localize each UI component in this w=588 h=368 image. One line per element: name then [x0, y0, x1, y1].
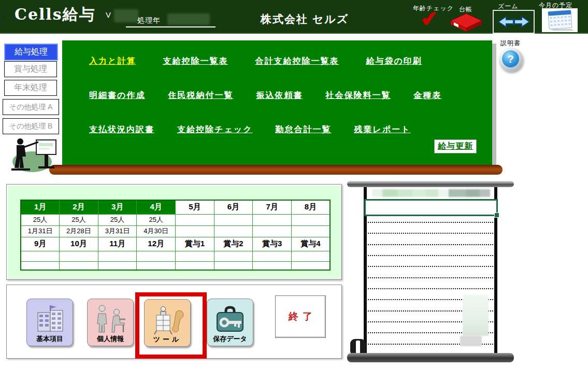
menu-link-attendance-total[interactable]: 勤怠合計一覧	[276, 124, 332, 135]
sidebar-item-salary[interactable]: 給与処理	[4, 44, 58, 61]
count-cell	[176, 214, 214, 225]
sidebar-item-yearend[interactable]: 年末処理	[4, 80, 57, 96]
question-icon[interactable]: ?	[499, 48, 523, 72]
empty-cell	[214, 261, 253, 270]
year-value-redacted	[167, 13, 210, 25]
month-cell-oct[interactable]: 10月	[60, 237, 98, 251]
month-cell-mar[interactable]: 3月	[98, 200, 137, 214]
menu-link-input-calc[interactable]: 入力と計算	[89, 56, 136, 67]
date-cell	[214, 225, 253, 237]
manual-label: 説明書	[500, 39, 521, 48]
bonus-cell-4[interactable]: 賞与4	[291, 237, 330, 251]
month-cell-apr[interactable]: 4月	[137, 200, 176, 214]
sidebar-item-bonus[interactable]: 賞与処理	[4, 61, 57, 77]
empty-cell	[21, 261, 60, 270]
month-table: 1月 2月 3月 4月 5月 6月 7月 8月 25人 25人 25人 25人	[20, 200, 331, 271]
empty-cell	[176, 251, 214, 261]
menu-link-resident-tax-list[interactable]: 住民税納付一覧	[168, 90, 233, 101]
empty-cell	[253, 251, 292, 261]
menu-row-3: 支払状況内訳書 支給控除チェック 勤怠合計一覧 残業レポート	[89, 124, 411, 135]
resize-arrows-icon[interactable]	[493, 10, 535, 34]
empty-cell	[176, 261, 214, 270]
menu-link-total-pay-deduct-list[interactable]: 合計支給控除一覧表	[255, 56, 339, 67]
tools-highlight-frame: ツール	[135, 292, 207, 359]
year-underline	[126, 26, 216, 27]
month-cell-jul[interactable]: 7月	[253, 200, 292, 214]
menu-link-pay-deduct-list[interactable]: 支給控除一覧表	[163, 56, 228, 67]
menu-link-pay-envelope-print[interactable]: 給与袋の印刷	[366, 56, 422, 67]
redacted-side-content	[463, 294, 489, 336]
menu-link-denomination-table[interactable]: 金種表	[413, 90, 441, 101]
action-buttons-panel: 基本項目 個人情報	[6, 285, 342, 359]
salary-update-label: 給与更新	[438, 141, 473, 150]
sidebar-item-other-b[interactable]: その他処理 B	[3, 118, 59, 134]
count-cell	[253, 214, 292, 225]
month-cell-may[interactable]: 5月	[176, 200, 214, 214]
bonus-cell-1[interactable]: 賞与1	[176, 237, 214, 251]
tools-button[interactable]: ツール	[144, 299, 191, 347]
chalk-tray	[49, 165, 503, 175]
exit-button[interactable]: 終了	[275, 295, 326, 338]
basic-items-button[interactable]: 基本項目	[26, 299, 73, 346]
app-window: # Cells給与 V 処理年 株式会社 セルズ 年齢チェック ✔ 台帳 ズーム…	[0, 0, 588, 368]
salary-update-button[interactable]: 給与更新	[434, 139, 477, 153]
dotted-line	[365, 233, 493, 234]
menu-board: 入力と計算 支給控除一覧表 合計支給控除一覧表 給与袋の印刷 明細書の作成 住民…	[62, 40, 492, 165]
corner-hash: #	[2, 14, 5, 21]
basic-items-label: 基本項目	[36, 334, 63, 344]
empty-cell	[214, 251, 253, 261]
month-cell-jun[interactable]: 6月	[214, 200, 253, 214]
calendar-icon[interactable]	[542, 8, 578, 32]
selected-cell-outline[interactable]	[364, 199, 498, 216]
tools-label: ツール	[153, 335, 182, 344]
menu-link-transfer-request[interactable]: 振込依頼書	[256, 90, 303, 101]
empty-cell	[98, 251, 137, 261]
empty-cell	[98, 261, 137, 270]
date-cell	[176, 225, 214, 237]
menu-link-statement-create[interactable]: 明細書の作成	[89, 90, 145, 101]
personal-info-button[interactable]: 個人情報	[87, 299, 134, 346]
count-cell: 25人	[98, 214, 137, 225]
month-cell-aug[interactable]: 8月	[291, 200, 330, 214]
dotted-line	[365, 266, 493, 267]
month-cell-feb[interactable]: 2月	[60, 200, 98, 214]
roll-screen-top-bar	[347, 181, 514, 187]
redacted-side-block	[460, 336, 482, 346]
empty-cell	[21, 251, 60, 261]
month-cell-jan[interactable]: 1月	[21, 200, 60, 214]
saved-data-label: 保存データ	[213, 334, 247, 344]
month-cell-dec[interactable]: 12月	[137, 237, 176, 251]
personal-info-label: 個人情報	[97, 334, 124, 344]
menu-link-social-insurance-list[interactable]: 社会保険料一覧	[325, 90, 391, 101]
company-name: 株式会社 セルズ	[261, 12, 349, 26]
exit-label: 終了	[284, 310, 317, 323]
month-cell-sep[interactable]: 9月	[21, 237, 60, 251]
menu-link-payment-status[interactable]: 支払状況内訳書	[89, 124, 154, 135]
dotted-line	[365, 288, 493, 289]
count-cell	[291, 214, 330, 225]
board-shadow	[492, 44, 496, 165]
table-row-empty-1	[21, 251, 330, 261]
redacted-title-mosaic	[372, 189, 490, 197]
table-row-months-1-8: 1月 2月 3月 4月 5月 6月 7月 8月	[21, 200, 330, 214]
menu-link-pay-deduct-check[interactable]: 支給控除チェック	[177, 124, 253, 135]
ledger-icon[interactable]	[450, 12, 483, 34]
empty-cell	[60, 251, 98, 261]
building-icon	[33, 304, 67, 334]
check-icon[interactable]: ✔	[419, 6, 440, 31]
menu-link-overtime-report[interactable]: 残業レポート	[354, 124, 411, 135]
count-cell	[214, 214, 253, 225]
dotted-line	[365, 255, 493, 256]
version-redacted	[114, 9, 138, 22]
saved-data-button[interactable]: 保存データ	[207, 299, 253, 346]
month-cell-nov[interactable]: 11月	[98, 237, 137, 251]
dotted-line	[365, 244, 493, 245]
bonus-cell-2[interactable]: 賞与2	[214, 237, 253, 251]
count-cell: 25人	[21, 214, 60, 225]
date-cell: 3月31日	[98, 225, 137, 237]
empty-cell	[137, 251, 176, 261]
month-table-panel: 1月 2月 3月 4月 5月 6月 7月 8月 25人 25人 25人 25人	[6, 184, 342, 280]
fill-handle[interactable]	[494, 213, 499, 218]
sidebar-item-other-a[interactable]: その他処理 A	[3, 99, 59, 115]
bonus-cell-3[interactable]: 賞与3	[253, 237, 292, 251]
